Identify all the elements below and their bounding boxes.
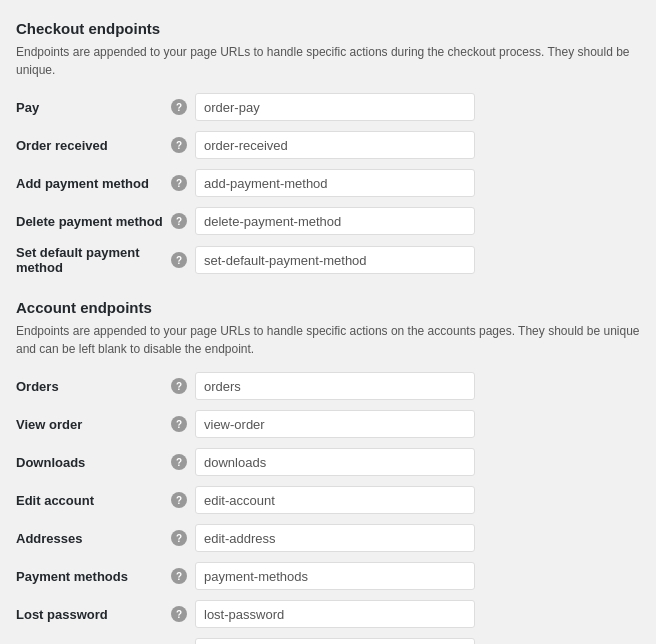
help-icon[interactable]: ?: [171, 530, 187, 546]
field-label: Payment methods: [16, 569, 171, 584]
field-label: Add payment method: [16, 176, 171, 191]
help-icon[interactable]: ?: [171, 454, 187, 470]
help-icon[interactable]: ?: [171, 137, 187, 153]
add-payment-method-input[interactable]: [195, 169, 475, 197]
downloads-input[interactable]: [195, 448, 475, 476]
account-endpoints-title: Account endpoints: [16, 295, 640, 316]
lost-password-input[interactable]: [195, 600, 475, 628]
checkout-endpoints-description: Endpoints are appended to your page URLs…: [16, 43, 640, 79]
field-label: Order received: [16, 138, 171, 153]
form-row: Lost password?: [16, 600, 640, 628]
field-label: Addresses: [16, 531, 171, 546]
field-label: Edit account: [16, 493, 171, 508]
help-icon[interactable]: ?: [171, 416, 187, 432]
help-icon[interactable]: ?: [171, 175, 187, 191]
form-row: Delete payment method?: [16, 207, 640, 235]
delete-payment-method-input[interactable]: [195, 207, 475, 235]
form-row: Logout?: [16, 638, 640, 644]
account-fields-container: Orders?View order?Downloads?Edit account…: [16, 372, 640, 644]
help-icon[interactable]: ?: [171, 492, 187, 508]
edit-account-input[interactable]: [195, 486, 475, 514]
help-icon[interactable]: ?: [171, 568, 187, 584]
field-label: Orders: [16, 379, 171, 394]
checkout-endpoints-title: Checkout endpoints: [16, 16, 640, 37]
field-label: View order: [16, 417, 171, 432]
field-label: Pay: [16, 100, 171, 115]
help-icon[interactable]: ?: [171, 606, 187, 622]
order-received-input[interactable]: [195, 131, 475, 159]
form-row: Add payment method?: [16, 169, 640, 197]
field-label: Lost password: [16, 607, 171, 622]
pay-input[interactable]: [195, 93, 475, 121]
form-row: Set default payment method?: [16, 245, 640, 275]
set-default-payment-method-input[interactable]: [195, 246, 475, 274]
orders-input[interactable]: [195, 372, 475, 400]
form-row: Edit account?: [16, 486, 640, 514]
form-row: Pay?: [16, 93, 640, 121]
field-label: Downloads: [16, 455, 171, 470]
account-endpoints-description: Endpoints are appended to your page URLs…: [16, 322, 640, 358]
form-row: Addresses?: [16, 524, 640, 552]
checkout-fields-container: Pay?Order received?Add payment method?De…: [16, 93, 640, 275]
view-order-input[interactable]: [195, 410, 475, 438]
form-row: Downloads?: [16, 448, 640, 476]
payment-methods-input[interactable]: [195, 562, 475, 590]
field-label: Set default payment method: [16, 245, 171, 275]
help-icon[interactable]: ?: [171, 378, 187, 394]
help-icon[interactable]: ?: [171, 213, 187, 229]
logout-input[interactable]: [195, 638, 475, 644]
help-icon[interactable]: ?: [171, 99, 187, 115]
help-icon[interactable]: ?: [171, 252, 187, 268]
addresses-input[interactable]: [195, 524, 475, 552]
form-row: Orders?: [16, 372, 640, 400]
form-row: Payment methods?: [16, 562, 640, 590]
field-label: Delete payment method: [16, 214, 171, 229]
form-row: Order received?: [16, 131, 640, 159]
form-row: View order?: [16, 410, 640, 438]
